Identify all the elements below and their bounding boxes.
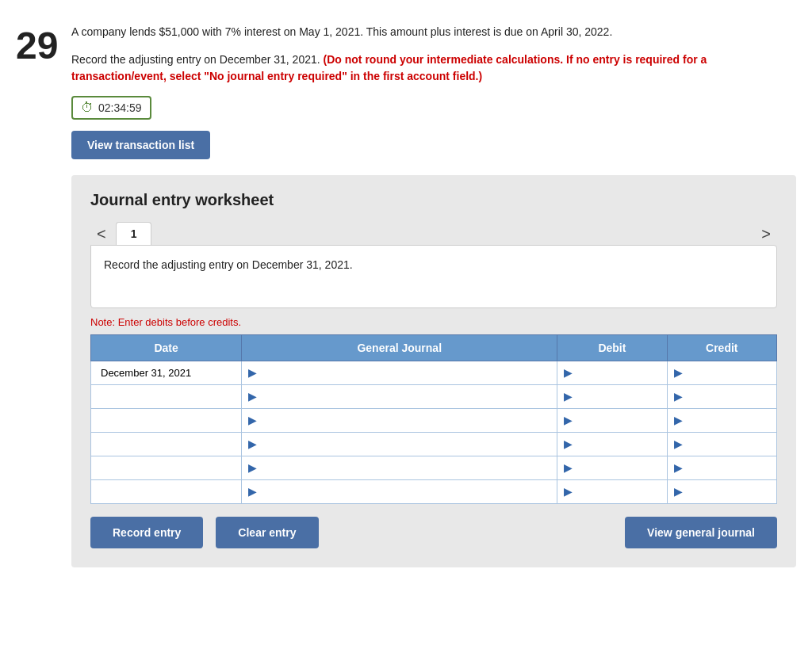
debit-arrow-icon: ▶ (564, 366, 573, 379)
date-input[interactable] (96, 433, 241, 456)
journal-cell[interactable]: ▶ (242, 456, 557, 480)
action-buttons: Record entry Clear entry View general jo… (90, 517, 777, 548)
date-cell[interactable] (91, 361, 242, 385)
credit-arrow-icon: ▶ (674, 437, 683, 450)
credit-input[interactable] (683, 433, 769, 456)
date-input[interactable] (96, 456, 241, 479)
table-row: ▶▶▶ (91, 480, 777, 504)
journal-cell[interactable]: ▶ (242, 409, 557, 433)
credit-arrow-icon: ▶ (674, 461, 683, 474)
date-input[interactable] (96, 480, 241, 503)
journal-cell[interactable]: ▶ (242, 433, 557, 456)
debit-input[interactable] (573, 385, 659, 408)
prev-tab-arrow[interactable]: < (90, 223, 113, 245)
credit-arrow-icon: ▶ (674, 390, 683, 403)
credit-cell[interactable]: ▶ (667, 433, 776, 456)
row-arrow-icon: ▶ (248, 461, 257, 474)
view-transaction-button[interactable]: View transaction list (71, 131, 210, 159)
row-arrow-icon: ▶ (248, 485, 257, 498)
note-text: Note: Enter debits before credits. (90, 316, 777, 328)
debit-cell[interactable]: ▶ (557, 409, 667, 433)
debit-arrow-icon: ▶ (564, 414, 573, 426)
date-input[interactable] (96, 409, 241, 432)
view-general-journal-button[interactable]: View general journal (625, 517, 777, 548)
credit-cell[interactable]: ▶ (667, 409, 776, 433)
col-header-debit: Debit (557, 335, 667, 361)
journal-input[interactable] (257, 361, 550, 384)
timer-icon: ⏱ (81, 101, 94, 115)
credit-arrow-icon: ▶ (674, 485, 683, 498)
credit-input[interactable] (683, 409, 769, 432)
row-arrow-icon: ▶ (248, 414, 257, 426)
debit-input[interactable] (573, 433, 659, 456)
credit-input[interactable] (683, 361, 769, 384)
credit-input[interactable] (683, 480, 769, 503)
row-arrow-icon: ▶ (248, 366, 257, 379)
col-header-journal: General Journal (242, 335, 557, 361)
journal-input[interactable] (257, 456, 550, 479)
debit-input[interactable] (573, 409, 659, 432)
table-row: ▶▶▶ (91, 433, 777, 456)
credit-arrow-icon: ▶ (674, 366, 683, 379)
journal-cell[interactable]: ▶ (242, 480, 557, 504)
credit-input[interactable] (683, 385, 769, 408)
journal-input[interactable] (257, 385, 550, 408)
record-entry-button[interactable]: Record entry (90, 517, 203, 548)
instruction-prefix: Record the adjusting entry on December 3… (71, 53, 324, 66)
date-cell[interactable] (91, 456, 242, 480)
credit-cell[interactable]: ▶ (667, 385, 776, 409)
journal-cell[interactable]: ▶ (242, 361, 557, 385)
col-header-credit: Credit (667, 335, 776, 361)
clear-entry-button[interactable]: Clear entry (216, 517, 318, 548)
credit-cell[interactable]: ▶ (667, 456, 776, 480)
worksheet-container: Journal entry worksheet < 1 > Record the… (71, 175, 796, 567)
debit-input[interactable] (573, 456, 659, 479)
debit-cell[interactable]: ▶ (557, 433, 667, 456)
credit-arrow-icon: ▶ (674, 414, 683, 426)
debit-cell[interactable]: ▶ (557, 361, 667, 385)
date-cell[interactable] (91, 385, 242, 409)
tab-1[interactable]: 1 (116, 222, 152, 245)
problem-text: A company lends $51,000 with 7% interest… (71, 24, 796, 40)
date-cell[interactable] (91, 433, 242, 456)
table-row: ▶▶▶ (91, 456, 777, 480)
credit-input[interactable] (683, 456, 769, 479)
journal-input[interactable] (257, 480, 550, 503)
credit-cell[interactable]: ▶ (667, 480, 776, 504)
next-tab-arrow[interactable]: > (755, 223, 777, 245)
table-row: ▶▶▶ (91, 409, 777, 433)
table-row: ▶▶▶ (91, 361, 777, 385)
debit-cell[interactable]: ▶ (557, 385, 667, 409)
entry-description-box: Record the adjusting entry on December 3… (90, 245, 777, 308)
debit-input[interactable] (573, 480, 659, 503)
worksheet-title: Journal entry worksheet (90, 191, 777, 209)
debit-cell[interactable]: ▶ (557, 480, 667, 504)
debit-arrow-icon: ▶ (564, 390, 573, 403)
debit-arrow-icon: ▶ (564, 461, 573, 474)
debit-arrow-icon: ▶ (564, 485, 573, 498)
date-input[interactable] (96, 361, 241, 384)
journal-input[interactable] (257, 409, 550, 432)
instruction-text: Record the adjusting entry on December 3… (71, 52, 796, 85)
debit-input[interactable] (573, 361, 659, 384)
debit-cell[interactable]: ▶ (557, 456, 667, 480)
row-arrow-icon: ▶ (248, 437, 257, 450)
date-cell[interactable] (91, 480, 242, 504)
row-arrow-icon: ▶ (248, 390, 257, 403)
col-header-date: Date (91, 335, 242, 361)
date-input[interactable] (96, 385, 241, 408)
timer-badge: ⏱ 02:34:59 (71, 96, 151, 120)
debit-arrow-icon: ▶ (564, 437, 573, 450)
date-cell[interactable] (91, 409, 242, 433)
journal-cell[interactable]: ▶ (242, 385, 557, 409)
journal-table: Date General Journal Debit Credit ▶▶▶▶▶▶… (90, 334, 777, 504)
table-row: ▶▶▶ (91, 385, 777, 409)
journal-input[interactable] (257, 433, 550, 456)
problem-number: 29 (0, 16, 63, 75)
credit-cell[interactable]: ▶ (667, 361, 776, 385)
timer-value: 02:34:59 (98, 101, 142, 114)
